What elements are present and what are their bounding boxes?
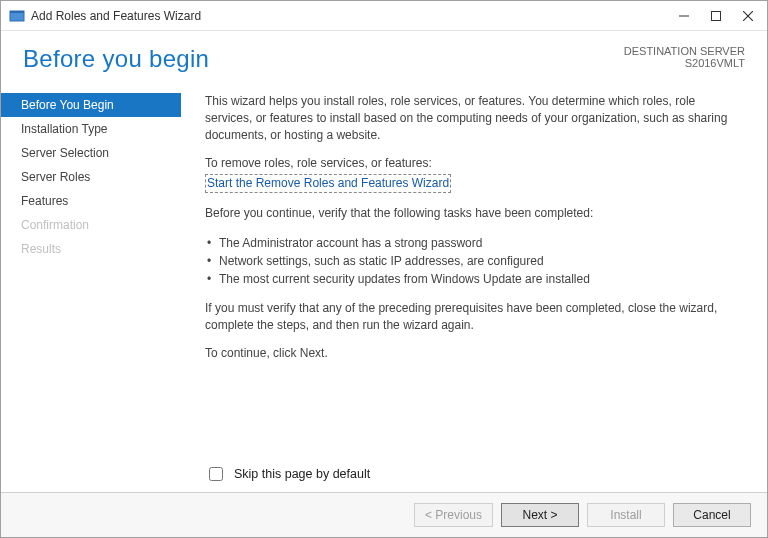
previous-button: < Previous — [414, 503, 493, 527]
verify-intro-text: Before you continue, verify that the fol… — [205, 205, 745, 222]
skip-checkbox[interactable] — [209, 467, 223, 481]
skip-row: Skip this page by default — [205, 456, 745, 492]
wizard-content: This wizard helps you install roles, rol… — [181, 83, 745, 492]
wizard-sidebar: Before You Begin Installation Type Serve… — [1, 83, 181, 492]
sidebar-item-features[interactable]: Features — [1, 189, 181, 213]
install-button: Install — [587, 503, 665, 527]
wizard-window: Add Roles and Features Wizard Before you… — [0, 0, 768, 538]
sidebar-item-server-roles[interactable]: Server Roles — [1, 165, 181, 189]
sidebar-item-results: Results — [1, 237, 181, 261]
prereq-item: The most current security updates from W… — [205, 270, 745, 288]
sidebar-item-server-selection[interactable]: Server Selection — [1, 141, 181, 165]
wizard-body: Before You Begin Installation Type Serve… — [1, 83, 767, 492]
next-button[interactable]: Next > — [501, 503, 579, 527]
intro-text: This wizard helps you install roles, rol… — [205, 93, 745, 143]
remove-header-text: To remove roles, role services, or featu… — [205, 155, 745, 172]
wizard-footer: < Previous Next > Install Cancel — [1, 492, 767, 537]
sidebar-item-confirmation: Confirmation — [1, 213, 181, 237]
skip-label: Skip this page by default — [234, 467, 370, 481]
continue-text: To continue, click Next. — [205, 345, 745, 362]
app-icon — [9, 8, 25, 24]
titlebar: Add Roles and Features Wizard — [1, 1, 767, 31]
minimize-button[interactable] — [677, 9, 691, 23]
prereq-item: Network settings, such as static IP addr… — [205, 252, 745, 270]
destination-server: S2016VMLT — [624, 57, 745, 69]
wizard-header: Before you begin DESTINATION SERVER S201… — [1, 31, 767, 83]
maximize-button[interactable] — [709, 9, 723, 23]
sidebar-item-installation-type[interactable]: Installation Type — [1, 117, 181, 141]
sidebar-item-before-you-begin[interactable]: Before You Begin — [1, 93, 181, 117]
close-button[interactable] — [741, 9, 755, 23]
remove-wizard-link[interactable]: Start the Remove Roles and Features Wiza… — [205, 174, 451, 193]
window-controls — [677, 9, 759, 23]
prereq-item: The Administrator account has a strong p… — [205, 234, 745, 252]
cancel-button[interactable]: Cancel — [673, 503, 751, 527]
prereq-list: The Administrator account has a strong p… — [205, 234, 745, 288]
destination-block: DESTINATION SERVER S2016VMLT — [624, 45, 745, 73]
destination-label: DESTINATION SERVER — [624, 45, 745, 57]
window-title: Add Roles and Features Wizard — [31, 9, 201, 23]
page-title: Before you begin — [23, 45, 209, 73]
svg-rect-3 — [712, 11, 721, 20]
verify-close-text: If you must verify that any of the prece… — [205, 300, 745, 334]
svg-rect-1 — [10, 11, 24, 13]
